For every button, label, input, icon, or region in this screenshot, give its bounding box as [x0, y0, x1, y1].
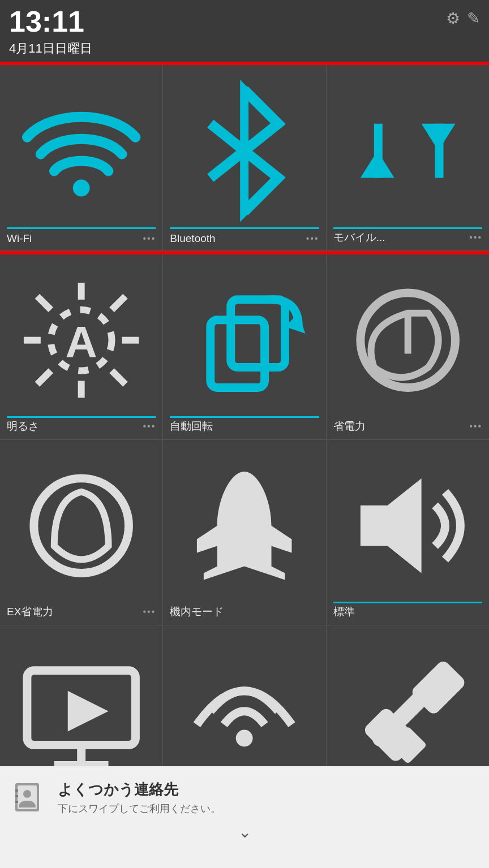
notif-text: よくつかう連絡先 下にスワイプしてご利用ください。	[58, 780, 480, 815]
svg-line-14	[37, 370, 51, 384]
airplane-icon	[170, 451, 319, 600]
notif-subtitle: 下にスワイプしてご利用ください。	[58, 802, 480, 815]
htc-icon	[7, 637, 156, 785]
top-bar: 13:11 4月11日日曜日 ⚙ ✎	[0, 0, 489, 62]
tether-icon	[170, 637, 319, 785]
time-date: 13:11 4月11日日曜日	[9, 6, 92, 57]
svg-rect-36	[15, 795, 18, 797]
tile-eco2[interactable]: EX省電力 •••	[0, 440, 163, 625]
notif-icon-wrap	[9, 778, 49, 817]
svg-rect-37	[15, 801, 18, 803]
wifi-bottom: Wi-Fi •••	[7, 232, 156, 245]
settings-icon[interactable]: ⚙	[446, 9, 460, 28]
mobile-active-line	[333, 227, 482, 229]
notif-content: よくつかう連絡先 下にスワイプしてご利用ください。	[0, 766, 489, 828]
eco2-bottom: EX省電力 •••	[7, 604, 156, 619]
mobile-dots[interactable]: •••	[469, 232, 482, 243]
tiles-row-2: A 明るさ ••• 自	[0, 254, 489, 440]
chevron-down-icon[interactable]: ⌄	[0, 823, 489, 841]
quick-settings-panel: Wi-Fi ••• Bluetooth •••	[0, 65, 489, 811]
svg-line-15	[112, 296, 126, 309]
svg-point-38	[23, 790, 31, 798]
svg-line-12	[37, 296, 51, 309]
bluetooth-label: Bluetooth	[170, 232, 215, 245]
volume-active-line	[333, 602, 482, 603]
wifi-label: Wi-Fi	[7, 232, 32, 245]
tile-mobile[interactable]: モバイル... •••	[327, 65, 489, 250]
brightness-dots[interactable]: •••	[143, 421, 156, 431]
svg-text:A: A	[66, 317, 97, 366]
mobile-bottom: モバイル... •••	[333, 230, 482, 245]
bluetooth-bottom: Bluetooth •••	[170, 232, 319, 245]
svg-rect-4	[374, 124, 382, 178]
wifi-active-line	[7, 227, 156, 229]
bluetooth-active-line	[170, 227, 319, 229]
brightness-bottom: 明るさ •••	[7, 419, 156, 434]
eco-dots[interactable]: •••	[469, 421, 482, 431]
svg-rect-17	[211, 319, 265, 387]
bottom-notification: よくつかう連絡先 下にスワイプしてご利用ください。 ⌄	[0, 766, 489, 868]
svg-marker-23	[361, 478, 422, 573]
bluetooth-dots[interactable]: •••	[306, 234, 319, 244]
mobile-icon	[333, 76, 482, 225]
svg-line-2	[211, 151, 244, 178]
tile-bluetooth[interactable]: Bluetooth •••	[163, 65, 326, 250]
top-icons: ⚙ ✎	[446, 6, 480, 28]
volume-label: 標準	[333, 604, 355, 619]
tile-wifi[interactable]: Wi-Fi •••	[0, 65, 163, 250]
bluetooth-icon	[170, 76, 319, 225]
svg-marker-25	[68, 691, 109, 732]
flash-icon	[333, 637, 482, 785]
notif-title: よくつかう連絡先	[58, 780, 480, 800]
rotate-active-line	[170, 416, 319, 418]
brightness-active-line	[7, 416, 156, 418]
eco-bottom: 省電力 •••	[333, 419, 482, 434]
svg-line-13	[112, 370, 126, 384]
date: 4月11日日曜日	[9, 40, 92, 57]
tiles-row-3: EX省電力 ••• 機内モード	[0, 440, 489, 625]
eco-label: 省電力	[333, 419, 366, 434]
clock: 13:11	[9, 6, 92, 38]
tile-brightness[interactable]: A 明るさ •••	[0, 254, 163, 439]
tile-airplane[interactable]: 機内モード	[163, 440, 326, 625]
svg-rect-18	[231, 299, 285, 367]
brightness-icon: A	[7, 266, 156, 414]
wifi-dots[interactable]: •••	[143, 234, 156, 244]
mobile-label: モバイル...	[333, 230, 385, 245]
airplane-bottom: 機内モード	[170, 604, 319, 619]
svg-point-28	[236, 730, 253, 747]
svg-rect-6	[435, 124, 443, 178]
eco-icon	[333, 266, 482, 414]
tile-rotate[interactable]: 自動回転	[163, 254, 326, 439]
eco2-dots[interactable]: •••	[143, 607, 156, 617]
eco2-icon	[7, 451, 156, 600]
volume-bottom: 標準	[333, 604, 482, 619]
svg-line-1	[211, 124, 244, 151]
eco2-label: EX省電力	[7, 604, 53, 619]
brightness-label: 明るさ	[7, 419, 39, 434]
contacts-icon	[12, 780, 46, 814]
tiles-row-1: Wi-Fi ••• Bluetooth •••	[0, 65, 489, 251]
svg-rect-35	[15, 789, 18, 792]
svg-point-0	[73, 180, 90, 197]
tile-volume[interactable]: 標準	[327, 440, 489, 625]
volume-icon	[333, 451, 482, 600]
rotate-label: 自動回転	[170, 419, 213, 434]
wifi-icon	[7, 76, 156, 225]
edit-icon[interactable]: ✎	[467, 9, 480, 28]
rotate-icon	[170, 266, 319, 414]
tile-eco[interactable]: 省電力 •••	[327, 254, 489, 439]
rotate-bottom: 自動回転	[170, 419, 319, 434]
airplane-label: 機内モード	[170, 604, 224, 619]
